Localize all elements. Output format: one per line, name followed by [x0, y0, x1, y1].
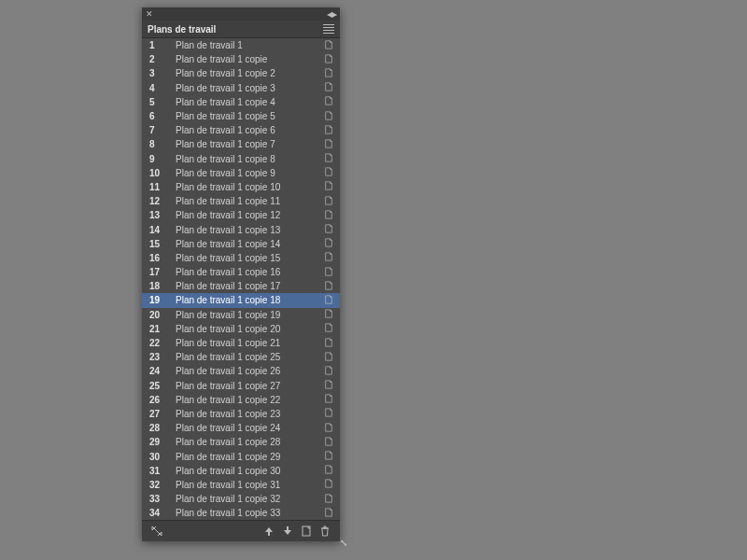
artboard-row-index: 14	[146, 225, 170, 235]
move-up-button[interactable]	[261, 524, 276, 539]
artboard-page-icon[interactable]	[317, 423, 340, 434]
artboard-row[interactable]: 10Plan de travail 1 copie 9	[142, 166, 340, 180]
artboard-row[interactable]: 21Plan de travail 1 copie 20	[142, 322, 340, 336]
artboard-page-icon[interactable]	[317, 68, 340, 79]
artboard-page-icon[interactable]	[317, 167, 340, 178]
artboard-row[interactable]: 25Plan de travail 1 copie 27	[142, 379, 340, 393]
artboard-row[interactable]: 31Plan de travail 1 copie 30	[142, 464, 340, 478]
artboard-page-icon[interactable]	[317, 309, 340, 320]
artboard-row-name: Plan de travail 1 copie 32	[170, 494, 317, 504]
artboard-row[interactable]: 16Plan de travail 1 copie 15	[142, 251, 340, 265]
artboard-row-index: 6	[146, 111, 170, 121]
artboard-page-icon[interactable]	[317, 338, 340, 349]
artboard-page-icon[interactable]	[317, 252, 340, 263]
artboard-row[interactable]: 30Plan de travail 1 copie 29	[142, 449, 340, 463]
artboard-row[interactable]: 7Plan de travail 1 copie 6	[142, 123, 340, 137]
artboard-page-icon[interactable]	[317, 323, 340, 334]
artboard-page-icon[interactable]	[317, 40, 340, 51]
artboard-row[interactable]: 13Plan de travail 1 copie 12	[142, 208, 340, 222]
artboard-row[interactable]: 29Plan de travail 1 copie 28	[142, 435, 340, 449]
artboard-row[interactable]: 8Plan de travail 1 copie 7	[142, 137, 340, 151]
artboard-page-icon[interactable]	[317, 451, 340, 462]
artboard-row[interactable]: 15Plan de travail 1 copie 14	[142, 237, 340, 251]
artboard-page-icon[interactable]	[317, 125, 340, 136]
panel-close-icon[interactable]: ✕	[146, 9, 153, 19]
artboard-row-index: 34	[146, 508, 170, 518]
artboard-page-icon[interactable]	[317, 82, 340, 93]
artboard-row[interactable]: 17Plan de travail 1 copie 16	[142, 265, 340, 279]
artboard-row[interactable]: 32Plan de travail 1 copie 31	[142, 478, 340, 492]
artboard-row-index: 20	[146, 310, 170, 320]
panel-menu-icon[interactable]	[323, 24, 334, 34]
artboard-page-icon[interactable]	[317, 408, 340, 419]
artboard-page-icon[interactable]	[317, 281, 340, 292]
artboard-row-index: 8	[146, 139, 170, 149]
artboard-row-index: 27	[146, 409, 170, 419]
artboard-page-icon[interactable]	[317, 181, 340, 192]
artboard-page-icon[interactable]	[317, 139, 340, 150]
artboard-page-icon[interactable]	[317, 366, 340, 377]
artboard-page-icon[interactable]	[317, 224, 340, 235]
artboard-page-icon[interactable]	[317, 96, 340, 107]
artboard-row-name: Plan de travail 1 copie 21	[170, 338, 317, 348]
artboard-page-icon[interactable]	[317, 352, 340, 363]
trash-icon	[319, 525, 331, 537]
delete-artboard-button[interactable]	[317, 524, 332, 539]
artboard-row[interactable]: 34Plan de travail 1 copie 33	[142, 506, 340, 520]
artboard-page-icon[interactable]	[317, 153, 340, 164]
artboard-page-icon[interactable]	[317, 295, 340, 306]
artboard-row-index: 29	[146, 437, 170, 447]
artboard-row[interactable]: 33Plan de travail 1 copie 32	[142, 492, 340, 506]
artboard-row[interactable]: 28Plan de travail 1 copie 24	[142, 421, 340, 435]
artboard-page-icon[interactable]	[317, 479, 340, 490]
artboard-row-name: Plan de travail 1 copie 13	[170, 225, 317, 235]
artboard-page-icon[interactable]	[317, 465, 340, 476]
new-artboard-button[interactable]	[299, 524, 314, 539]
artboard-row[interactable]: 14Plan de travail 1 copie 13	[142, 222, 340, 236]
artboard-page-icon[interactable]	[317, 111, 340, 122]
artboard-row[interactable]: 27Plan de travail 1 copie 23	[142, 407, 340, 421]
artboard-row[interactable]: 20Plan de travail 1 copie 19	[142, 308, 340, 322]
resize-handle-icon[interactable]: ⤡	[340, 538, 347, 548]
artboard-row-index: 7	[146, 125, 170, 135]
artboard-page-icon[interactable]	[317, 494, 340, 505]
rearrange-artboards-button[interactable]	[149, 524, 164, 539]
artboard-row-index: 23	[146, 352, 170, 362]
artboard-row[interactable]: 26Plan de travail 1 copie 22	[142, 393, 340, 407]
artboard-row-index: 13	[146, 210, 170, 220]
artboard-row[interactable]: 5Plan de travail 1 copie 4	[142, 95, 340, 109]
artboard-page-icon[interactable]	[317, 394, 340, 405]
artboard-page-icon[interactable]	[317, 508, 340, 519]
artboard-row[interactable]: 23Plan de travail 1 copie 25	[142, 350, 340, 364]
move-down-button[interactable]	[280, 524, 295, 539]
artboard-row-name: Plan de travail 1 copie 23	[170, 409, 317, 419]
artboard-row-index: 30	[146, 452, 170, 462]
artboard-row[interactable]: 12Plan de travail 1 copie 11	[142, 194, 340, 208]
artboard-page-icon[interactable]	[317, 437, 340, 448]
artboard-row[interactable]: 24Plan de travail 1 copie 26	[142, 364, 340, 378]
artboard-row[interactable]: 1Plan de travail 1	[142, 38, 340, 52]
artboard-page-icon[interactable]	[317, 380, 340, 391]
artboard-row[interactable]: 11Plan de travail 1 copie 10	[142, 180, 340, 194]
artboard-row[interactable]: 22Plan de travail 1 copie 21	[142, 336, 340, 350]
panel-collapse-icon[interactable]: ◀▶	[327, 10, 336, 19]
artboard-row-index: 2	[146, 54, 170, 64]
artboard-row-index: 16	[146, 253, 170, 263]
artboard-row[interactable]: 3Plan de travail 1 copie 2	[142, 66, 340, 80]
artboard-row-index: 4	[146, 83, 170, 93]
artboard-row[interactable]: 9Plan de travail 1 copie 8	[142, 152, 340, 166]
artboard-row-name: Plan de travail 1 copie 10	[170, 182, 317, 192]
artboard-row[interactable]: 6Plan de travail 1 copie 5	[142, 109, 340, 123]
artboard-page-icon[interactable]	[317, 210, 340, 221]
artboard-row[interactable]: 19Plan de travail 1 copie 18	[142, 293, 340, 307]
artboard-row-index: 15	[146, 239, 170, 249]
artboard-page-icon[interactable]	[317, 267, 340, 278]
artboard-page-icon[interactable]	[317, 196, 340, 207]
artboard-row-name: Plan de travail 1 copie 18	[170, 295, 317, 305]
artboard-page-icon[interactable]	[317, 54, 340, 65]
panel-titlebar[interactable]: ✕ ◀▶	[142, 7, 340, 21]
artboard-row[interactable]: 18Plan de travail 1 copie 17	[142, 279, 340, 293]
artboard-row[interactable]: 4Plan de travail 1 copie 3	[142, 81, 340, 95]
artboard-page-icon[interactable]	[317, 238, 340, 249]
artboard-row[interactable]: 2Plan de travail 1 copie	[142, 52, 340, 66]
